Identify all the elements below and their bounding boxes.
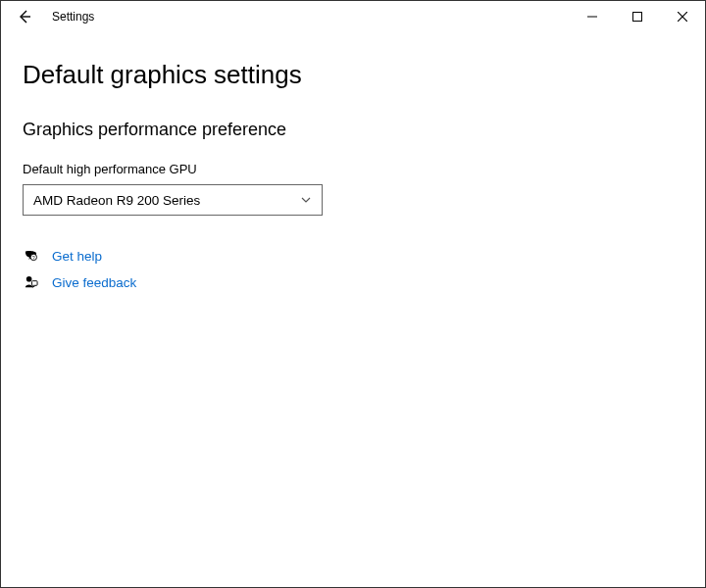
gpu-dropdown-value: AMD Radeon R9 200 Series [33, 193, 200, 208]
help-links: ? Get help Give feedback [23, 249, 683, 290]
gpu-dropdown[interactable]: AMD Radeon R9 200 Series [23, 184, 323, 216]
back-button[interactable] [11, 9, 38, 24]
svg-rect-8 [31, 281, 37, 286]
feedback-icon [23, 275, 38, 290]
maximize-icon [632, 12, 642, 22]
svg-text:?: ? [32, 256, 35, 261]
minimize-icon [587, 12, 597, 22]
arrow-left-icon [17, 9, 32, 24]
help-icon: ? [23, 249, 38, 264]
gpu-field-label: Default high performance GPU [23, 162, 683, 176]
window-controls [570, 1, 705, 32]
get-help-row: ? Get help [23, 249, 683, 264]
maximize-button[interactable] [615, 1, 660, 32]
page-title: Default graphics settings [23, 60, 683, 90]
close-icon [678, 12, 687, 22]
page-content: Default graphics settings Graphics perfo… [1, 32, 705, 290]
get-help-link[interactable]: Get help [52, 249, 102, 264]
window-title: Settings [52, 10, 94, 24]
give-feedback-link[interactable]: Give feedback [52, 275, 136, 290]
minimize-button[interactable] [570, 1, 615, 32]
svg-rect-2 [633, 13, 642, 22]
give-feedback-row: Give feedback [23, 275, 683, 290]
close-button[interactable] [660, 1, 705, 32]
section-title: Graphics performance preference [23, 120, 683, 140]
chevron-down-icon [300, 194, 312, 206]
svg-point-7 [25, 276, 31, 282]
